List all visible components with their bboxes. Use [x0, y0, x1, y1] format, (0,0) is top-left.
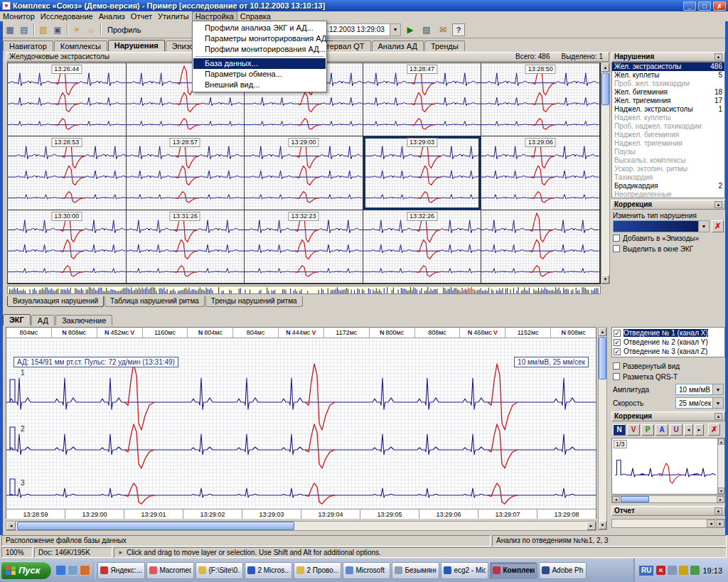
ecg-beat-cell[interactable]: 13:32:23 — [245, 210, 363, 284]
taskbar-button[interactable]: ecg2 - Mic... — [441, 562, 488, 579]
beat-type-button-u[interactable]: U — [670, 424, 682, 436]
scroll-right-button[interactable]: ► — [717, 496, 724, 502]
speed-combobox[interactable]: 25 мм/сек ▼ — [675, 397, 724, 409]
beat-type-button-p[interactable]: P — [641, 424, 654, 436]
lead-checkbox-row[interactable]: ✓Отведение № 3 (канал Z) — [613, 347, 724, 356]
view-option-row[interactable]: Развернутый вид — [613, 361, 724, 371]
scroll-down-button[interactable]: ▼ — [718, 487, 724, 494]
lead-checkbox-row[interactable]: ✓Отведение № 1 (канал X) — [613, 328, 724, 338]
taskbar-button[interactable]: Безымянн... — [392, 562, 439, 579]
violation-row[interactable]: Ускор. эктопич. ритмы — [612, 165, 724, 173]
ecg-beat-cell[interactable]: 13:29:03 — [363, 136, 482, 210]
volume-icon[interactable] — [668, 566, 677, 575]
upper-tab[interactable]: Нарушения — [108, 40, 165, 51]
ecg-strip[interactable]: 123АД: 154/91 мм рт.ст. Пульс: 72 уд/мин… — [6, 338, 596, 509]
violation-row[interactable]: Жел. тригеминия17 — [612, 97, 724, 105]
bulb-off-icon[interactable]: ☼ — [84, 23, 98, 37]
ecg-beat-cell[interactable]: 13:29:06 — [481, 136, 600, 210]
ecg-beat-cell[interactable]: 13:26:44 — [8, 63, 127, 136]
lead-checkbox-row[interactable]: ✓Отведение № 2 (канал Y) — [613, 338, 724, 347]
help-button[interactable]: ? — [452, 23, 465, 36]
ecg-beat-cell[interactable]: 13:28:53 — [8, 136, 127, 210]
preview-vertical-scrollbar[interactable]: ▲ ▼ — [717, 438, 724, 494]
visualization-tab[interactable]: Таблица нарушений ритма — [105, 296, 205, 307]
language-indicator[interactable]: RU — [639, 566, 653, 576]
ecg-beat-cell[interactable]: 13:32:26 — [363, 210, 482, 284]
violation-row[interactable]: Брадикардия2 — [612, 182, 724, 190]
settings-menu-item[interactable]: Параметры мониторирования АД... — [193, 33, 326, 44]
close-button[interactable]: ✗ — [713, 1, 726, 11]
checkbox[interactable]: ✓ — [614, 339, 621, 346]
ecg-beat-cell[interactable]: 13:29:00 — [245, 136, 363, 210]
ie-icon[interactable] — [55, 565, 66, 576]
checkbox[interactable]: ✓ — [614, 348, 621, 355]
violation-row[interactable]: Тахикардия — [612, 173, 724, 182]
scroll-thumb[interactable] — [17, 522, 294, 530]
open-folder-icon[interactable]: ▨ — [36, 23, 50, 37]
settings-menu-item[interactable]: Параметры обмена... — [193, 69, 326, 80]
violation-row[interactable]: Выскальз. комплексы — [612, 156, 724, 165]
taskbar-button[interactable]: 2 Micros... — [245, 562, 292, 579]
combobox-dropdown-button[interactable]: ▼ — [698, 221, 709, 232]
media-player-icon[interactable] — [80, 565, 90, 576]
scroll-down-button[interactable]: ▼ — [599, 521, 606, 529]
ecg-beat-cell[interactable]: 13:28:50 — [481, 63, 600, 136]
bulb-on-icon[interactable]: ☀ — [70, 23, 84, 37]
taskbar-button[interactable]: Комплекс... — [490, 562, 537, 579]
delete-violation-button[interactable]: ✗ — [712, 220, 724, 232]
menubar-item[interactable]: Утилиты — [155, 11, 192, 21]
checkbox[interactable] — [613, 235, 620, 242]
taskbar-button[interactable]: Microsoft ... — [343, 562, 390, 579]
taskbar-button[interactable]: Adobe Ph... — [539, 562, 587, 579]
scroll-down-button[interactable]: ▼ — [601, 275, 609, 284]
checkbox[interactable] — [613, 362, 620, 370]
minimize-button[interactable]: _ — [683, 1, 696, 11]
report-icon[interactable]: ▤ — [17, 23, 31, 37]
titlebar[interactable]: ♥ Комплекс «Союз» (Демо-версия) - Пример… — [0, 0, 728, 11]
checkbox[interactable] — [613, 373, 620, 380]
report-scrollbar[interactable]: ◄ ► — [611, 519, 725, 528]
scroll-left-button[interactable]: ◄ — [707, 519, 715, 527]
violation-row[interactable]: Проб. жел. тахикардии — [612, 80, 724, 88]
scroll-right-button[interactable]: ► — [716, 519, 724, 527]
print-button[interactable]: ▤ — [419, 23, 434, 37]
beat-type-button-n[interactable]: N — [613, 424, 626, 436]
checkbox[interactable] — [613, 245, 620, 252]
zoom-level[interactable]: 100% — [1, 547, 33, 558]
menubar-item[interactable]: Настройка — [192, 11, 237, 21]
visualization-tab[interactable]: Тренды нарушений ритма — [205, 296, 303, 307]
collapse-button[interactable]: ▲ — [714, 413, 722, 420]
menubar-item[interactable]: Монитор — [0, 11, 38, 21]
taskbar-button[interactable]: 2 Прово... — [294, 562, 341, 579]
scroll-up-button[interactable]: ▲ — [718, 438, 724, 445]
checkbox[interactable]: ✓ — [614, 330, 621, 337]
ecg-beat-cell[interactable]: 13:28:47 — [363, 63, 482, 136]
scroll-left-button[interactable]: ◄ — [6, 522, 16, 530]
collapse-button[interactable]: ▲ — [714, 53, 722, 60]
beat-type-button-v[interactable]: V — [627, 424, 640, 436]
menubar-item[interactable]: Исследование — [38, 11, 96, 21]
scroll-thumb[interactable] — [621, 496, 649, 502]
scroll-up-button[interactable]: ▲ — [601, 63, 609, 72]
taskbar-button[interactable]: {F:\Site\0... — [196, 562, 243, 579]
amplitude-combobox[interactable]: 10 мм/мВ ▼ — [675, 384, 724, 395]
violation-row[interactable]: Наджел. бигеминия — [612, 131, 724, 139]
collapse-button[interactable]: ▲ — [714, 507, 722, 514]
ecg-vertical-scrollbar[interactable]: ▲ ▼ — [598, 327, 607, 530]
datetime-dropdown-button[interactable]: ▼ — [390, 24, 400, 36]
table-icon[interactable]: ▦ — [3, 23, 17, 37]
show-desktop-icon[interactable] — [68, 565, 78, 576]
next-beat-button[interactable]: ► — [695, 424, 704, 436]
menubar-item[interactable]: Отчет — [128, 11, 155, 21]
scroll-thumb[interactable] — [599, 337, 606, 379]
upper-tab[interactable]: Комплексы — [54, 41, 107, 51]
upper-tab[interactable]: Анализ АД — [372, 41, 424, 51]
grid-scrollbar[interactable]: ▲ ▼ — [601, 63, 610, 284]
menubar-item[interactable]: Анализ — [96, 11, 128, 21]
violation-row[interactable]: Неопределенные — [612, 190, 724, 198]
menubar-item[interactable]: Справка — [237, 11, 274, 21]
maximize-button[interactable]: □ — [698, 1, 711, 11]
taskbar-button[interactable]: Macromed... — [146, 562, 194, 579]
ecg-beat-cell[interactable]: 13:31:26 — [127, 210, 245, 284]
settings-menu-item[interactable]: Внешний вид... — [193, 80, 326, 90]
